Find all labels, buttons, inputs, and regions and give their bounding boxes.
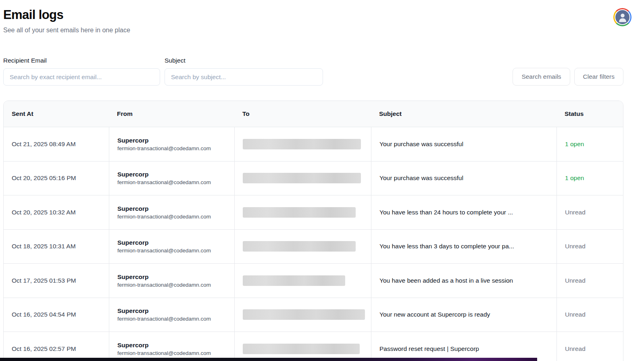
table-row[interactable]: Oct 16, 2025 04:54 PMSupercorpfermion-tr… — [4, 298, 623, 332]
cell-subject: You have less than 24 hours to complete … — [371, 195, 556, 229]
redacted-to-bar — [243, 309, 365, 320]
subject-value: Your new account at Supercorp is ready — [379, 311, 548, 318]
cell-subject: Password reset request | Supercorp — [371, 332, 556, 361]
cell-subject: You have less than 3 days to complete yo… — [371, 230, 556, 264]
col-header-subject: Subject — [371, 110, 556, 118]
subject-value: Your purchase was successful — [379, 141, 548, 148]
cell-sent-at: Oct 20, 2025 10:32 AM — [4, 195, 109, 229]
clear-filters-button[interactable]: Clear filters — [574, 68, 623, 86]
cell-status: Unread — [556, 230, 623, 264]
from-email: fermion-transactional@codedamn.com — [117, 248, 226, 254]
status-value: Unread — [565, 209, 615, 216]
sent-at-value: Oct 20, 2025 10:32 AM — [12, 209, 101, 216]
cell-sent-at: Oct 20, 2025 05:16 PM — [4, 162, 109, 195]
subject-value: You have been added as a host in a live … — [379, 277, 548, 284]
table-header-row: Sent At From To Subject Status — [4, 101, 623, 127]
status-value: 1 open — [565, 174, 615, 182]
bottom-taskbar-edge — [0, 358, 537, 361]
from-name: Supercorp — [117, 171, 226, 178]
from-name: Supercorp — [117, 239, 226, 246]
cell-sent-at: Oct 17, 2025 01:53 PM — [4, 264, 109, 298]
redacted-to-bar — [243, 275, 345, 286]
subject-field-group: Subject — [165, 57, 323, 86]
redacted-to-bar — [243, 207, 356, 218]
cell-subject: Your new account at Supercorp is ready — [371, 298, 556, 332]
page-subtitle: See all of your sent emails here in one … — [3, 27, 623, 34]
cell-to — [234, 162, 371, 195]
cell-from: Supercorpfermion-transactional@codedamn.… — [109, 162, 234, 195]
subject-value: You have less than 24 hours to complete … — [379, 209, 548, 216]
status-value: Unread — [565, 277, 615, 284]
table-row[interactable]: Oct 20, 2025 10:32 AMSupercorpfermion-tr… — [4, 195, 623, 229]
cell-status: Unread — [556, 332, 623, 361]
subject-label: Subject — [165, 57, 323, 64]
redacted-to-bar — [243, 173, 361, 183]
table-row[interactable]: Oct 18, 2025 10:31 AMSupercorpfermion-tr… — [4, 229, 623, 264]
filter-bar: Recipient Email Subject Search emails Cl… — [3, 57, 623, 86]
email-logs-page: Email logs See all of your sent emails h… — [3, 0, 623, 361]
col-header-status: Status — [556, 110, 623, 118]
status-value: 1 open — [565, 141, 615, 148]
redacted-to-bar — [243, 241, 356, 252]
search-emails-button[interactable]: Search emails — [513, 68, 570, 86]
table-row[interactable]: Oct 16, 2025 02:57 PMSupercorpfermion-tr… — [4, 332, 623, 361]
subject-value: You have less than 3 days to complete yo… — [379, 243, 548, 250]
sent-at-value: Oct 21, 2025 08:49 AM — [12, 141, 101, 148]
table-row[interactable]: Oct 20, 2025 05:16 PMSupercorpfermion-tr… — [4, 161, 623, 195]
cell-from: Supercorpfermion-transactional@codedamn.… — [109, 264, 234, 298]
cell-to — [234, 230, 371, 264]
from-email: fermion-transactional@codedamn.com — [117, 214, 226, 220]
cell-status: Unread — [556, 264, 623, 298]
cell-to — [234, 298, 371, 332]
cell-status: 1 open — [556, 162, 623, 195]
cell-subject: Your purchase was successful — [371, 162, 556, 195]
cell-to — [234, 127, 371, 161]
sent-at-value: Oct 16, 2025 02:57 PM — [12, 345, 101, 353]
status-value: Unread — [565, 243, 615, 250]
recipient-email-field-group: Recipient Email — [3, 57, 160, 86]
redacted-to-bar — [243, 344, 360, 354]
redacted-to-bar — [243, 139, 361, 149]
cell-from: Supercorpfermion-transactional@codedamn.… — [109, 332, 234, 361]
email-logs-table: Sent At From To Subject Status Oct 21, 2… — [3, 101, 623, 361]
filter-actions: Search emails Clear filters — [513, 68, 623, 86]
table-row[interactable]: Oct 21, 2025 08:49 AMSupercorpfermion-tr… — [4, 127, 623, 161]
cell-subject: You have been added as a host in a live … — [371, 264, 556, 298]
col-header-from: From — [109, 110, 234, 118]
cell-from: Supercorpfermion-transactional@codedamn.… — [109, 127, 234, 161]
cell-to — [234, 195, 371, 229]
from-name: Supercorp — [117, 307, 226, 315]
subject-value: Password reset request | Supercorp — [379, 345, 548, 353]
cell-from: Supercorpfermion-transactional@codedamn.… — [109, 230, 234, 264]
table-row[interactable]: Oct 17, 2025 01:53 PMSupercorpfermion-tr… — [4, 263, 623, 298]
from-email: fermion-transactional@codedamn.com — [117, 350, 226, 356]
cell-sent-at: Oct 16, 2025 02:57 PM — [4, 332, 109, 361]
cell-sent-at: Oct 18, 2025 10:31 AM — [4, 230, 109, 264]
cell-status: Unread — [556, 298, 623, 332]
sent-at-value: Oct 20, 2025 05:16 PM — [12, 174, 101, 182]
from-name: Supercorp — [117, 137, 226, 144]
cell-to — [234, 332, 371, 361]
from-email: fermion-transactional@codedamn.com — [117, 316, 226, 322]
from-email: fermion-transactional@codedamn.com — [117, 179, 226, 185]
subject-input[interactable] — [165, 68, 323, 86]
from-name: Supercorp — [117, 205, 226, 212]
cell-status: 1 open — [556, 127, 623, 161]
from-name: Supercorp — [117, 342, 226, 349]
sent-at-value: Oct 16, 2025 04:54 PM — [12, 311, 101, 318]
subject-value: Your purchase was successful — [379, 174, 548, 182]
sent-at-value: Oct 17, 2025 01:53 PM — [12, 277, 101, 284]
recipient-email-input[interactable] — [3, 68, 160, 86]
from-email: fermion-transactional@codedamn.com — [117, 282, 226, 288]
col-header-sent-at: Sent At — [4, 110, 109, 118]
col-header-to: To — [234, 110, 371, 118]
cell-from: Supercorpfermion-transactional@codedamn.… — [109, 298, 234, 332]
cell-sent-at: Oct 21, 2025 08:49 AM — [4, 127, 109, 161]
page-title: Email logs — [3, 8, 623, 22]
cell-status: Unread — [556, 195, 623, 229]
table-body: Oct 21, 2025 08:49 AMSupercorpfermion-tr… — [4, 127, 623, 361]
from-email: fermion-transactional@codedamn.com — [117, 145, 226, 151]
from-name: Supercorp — [117, 273, 226, 281]
status-value: Unread — [565, 345, 615, 353]
cell-from: Supercorpfermion-transactional@codedamn.… — [109, 195, 234, 229]
